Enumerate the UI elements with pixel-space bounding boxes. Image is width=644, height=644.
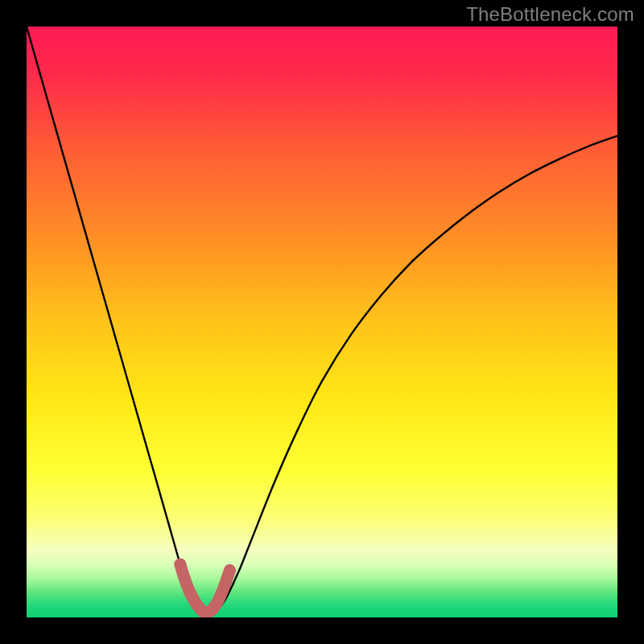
- chart-svg: [27, 27, 617, 617]
- plot-area: [27, 27, 617, 617]
- watermark-text: TheBottleneck.com: [466, 3, 634, 26]
- outer-frame: TheBottleneck.com: [0, 0, 644, 644]
- gradient-background: [27, 27, 617, 617]
